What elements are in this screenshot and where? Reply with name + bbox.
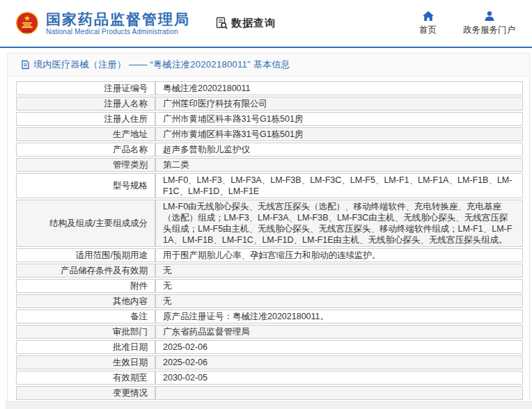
table-row: 生产地址广州市黄埔区科丰路31号G1栋501房 xyxy=(16,127,523,141)
row-value: 2030-02-05 xyxy=(155,371,523,385)
row-value: 广州莲印医疗科技有限公司 xyxy=(155,97,523,111)
site-subtitle: National Medical Products Administration xyxy=(46,28,190,35)
table-row: 注册证编号粤械注准20202180011 xyxy=(16,81,523,95)
content-panel: 境内医疗器械（注册） —— “粤械注准20202180011” 基本信息 注册证… xyxy=(7,53,530,409)
row-value: 2025-02-06 xyxy=(155,355,523,369)
row-label: 结构及组成/主要组成成分 xyxy=(16,200,155,247)
breadcrumb: 境内医疗器械（注册） —— “粤械注准20202180011” 基本信息 xyxy=(8,54,529,77)
row-label: 注册人名称 xyxy=(16,97,155,111)
table-row: 产品名称超声多普勒胎儿监护仪 xyxy=(16,143,523,157)
row-label: 审批部门 xyxy=(16,325,155,339)
footer-strip xyxy=(6,401,532,409)
table-row: 有效期至2030-02-05 xyxy=(16,371,523,385)
table-row: 其他内容无 xyxy=(16,294,523,308)
row-label: 变更情况 xyxy=(16,386,155,400)
header-nav: 首页 政务服务门户 xyxy=(419,10,519,36)
document-search-icon xyxy=(215,17,228,30)
row-value: 广州市黄埔区科丰路31号G1栋501房 xyxy=(155,112,523,126)
table-row: 备注原产品注册证号：粤械注准20202180011。 xyxy=(16,310,523,323)
table-row: 生效日期2025-02-06 xyxy=(16,355,523,369)
row-value: 超声多普勒胎儿监护仪 xyxy=(155,143,523,157)
row-value xyxy=(155,386,523,400)
row-value: 无 xyxy=(155,279,523,293)
row-label: 管理类别 xyxy=(16,158,155,172)
table-row: 产品储存条件及有效期无 xyxy=(16,264,523,278)
row-value: 粤械注准20202180011 xyxy=(155,81,523,95)
row-label: 生效日期 xyxy=(16,355,155,369)
table-row: 变更情况 xyxy=(16,386,523,400)
row-label: 注册人住所 xyxy=(16,112,155,126)
row-label: 附件 xyxy=(16,279,155,293)
row-value: 2025-02-06 xyxy=(155,340,523,354)
table-row: 适用范围/预期用途用于围产期胎儿心率、孕妇宫缩压力和胎动的连续监护。 xyxy=(16,248,523,262)
nav-gov-portal[interactable]: 政务服务门户 xyxy=(463,10,515,36)
row-label: 有效期至 xyxy=(16,371,155,385)
nav-home[interactable]: 首页 xyxy=(419,10,437,36)
table-row: 型号规格LM-F0、LM-F3、LM-F3A、LM-F3B、LM-F3C、LM-… xyxy=(16,173,523,198)
table-row: 附件无 xyxy=(16,279,523,293)
row-label: 其他内容 xyxy=(16,294,155,308)
site-header: 国家药品监督管理局 National Medical Products Admi… xyxy=(0,0,532,48)
row-value: 原产品注册证号：粤械注准20202180011。 xyxy=(155,310,523,323)
row-value: 无 xyxy=(155,264,523,278)
page-title: 境内医疗器械（注册） —— “粤械注准20202180011” 基本信息 xyxy=(33,58,290,71)
row-label: 批准日期 xyxy=(16,340,155,354)
row-value: LM-F0由无线胎心探头、无线宫压探头（选配）、移动终端软件、充电转换座、充电基… xyxy=(155,200,523,247)
data-query-label: 数据查询 xyxy=(231,17,276,30)
table-row: 审批部门广东省药品监督管理局 xyxy=(16,325,523,339)
table-row: 注册人住所广州市黄埔区科丰路31号G1栋501房 xyxy=(16,112,523,126)
nav-gov-portal-label: 政务服务门户 xyxy=(463,24,515,36)
registration-info-table: 注册证编号粤械注准20202180011注册人名称广州莲印医疗科技有限公司注册人… xyxy=(16,80,523,409)
home-icon xyxy=(422,10,435,22)
table-row: 管理类别第二类 xyxy=(16,158,523,172)
row-label: 型号规格 xyxy=(16,173,155,198)
site-title: 国家药品监督管理局 xyxy=(46,11,190,28)
row-label: 适用范围/预期用途 xyxy=(16,248,155,262)
row-label: 生产地址 xyxy=(16,127,155,141)
info-table-body: 注册证编号粤械注准20202180011注册人名称广州莲印医疗科技有限公司注册人… xyxy=(16,81,523,409)
table-row: 结构及组成/主要组成成分LM-F0由无线胎心探头、无线宫压探头（选配）、移动终端… xyxy=(16,200,523,247)
data-query-button[interactable]: 数据查询 xyxy=(215,17,276,30)
row-label: 注册证编号 xyxy=(16,81,155,95)
row-value: 广州市黄埔区科丰路31号G1栋501房 xyxy=(155,127,523,141)
national-emblem-icon xyxy=(14,10,40,37)
document-icon xyxy=(21,60,30,70)
row-value: 第二类 xyxy=(155,158,523,172)
table-row: 注册人名称广州莲印医疗科技有限公司 xyxy=(16,97,523,111)
row-label: 产品名称 xyxy=(16,143,155,157)
row-label: 产品储存条件及有效期 xyxy=(16,264,155,278)
row-value: 广东省药品监督管理局 xyxy=(155,325,523,339)
table-row: 批准日期2025-02-06 xyxy=(16,340,523,354)
nmpa-logo[interactable]: 国家药品监督管理局 National Medical Products Admi… xyxy=(14,10,190,37)
row-value: LM-F0、LM-F3、LM-F3A、LM-F3B、LM-F3C、LM-F5、L… xyxy=(155,173,523,198)
row-value: 无 xyxy=(155,294,523,308)
row-label: 备注 xyxy=(16,310,155,323)
nav-home-label: 首页 xyxy=(419,24,437,36)
row-value: 用于围产期胎儿心率、孕妇宫缩压力和胎动的连续监护。 xyxy=(155,248,523,262)
user-icon xyxy=(484,10,495,22)
